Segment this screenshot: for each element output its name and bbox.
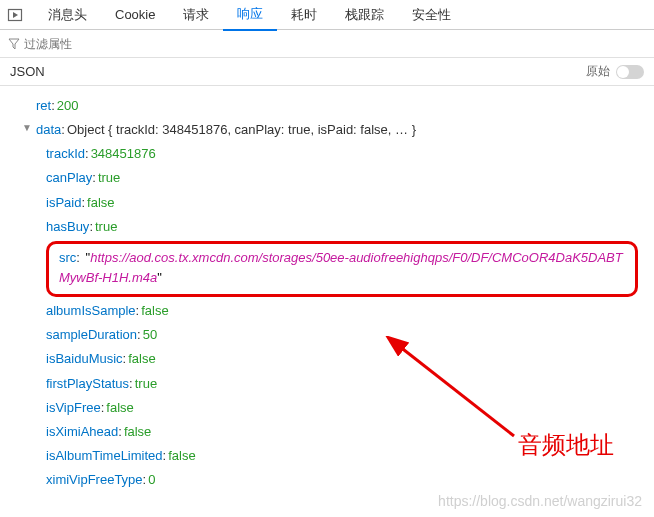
json-value: 50 xyxy=(143,325,157,345)
watermark: https://blog.csdn.net/wangzirui32 xyxy=(438,493,642,509)
tab-security[interactable]: 安全性 xyxy=(398,0,465,30)
json-key: sampleDuration xyxy=(46,325,137,345)
raw-toggle[interactable]: 原始 xyxy=(586,63,644,80)
json-value: 348451876 xyxy=(91,144,156,164)
json-value: true xyxy=(135,374,157,394)
json-label: JSON xyxy=(10,64,45,79)
json-row-firstplaystatus[interactable]: firstPlayStatus: true xyxy=(4,372,650,396)
json-row-isvipfree[interactable]: isVipFree: false xyxy=(4,396,650,420)
svg-marker-1 xyxy=(13,12,18,18)
tab-headers[interactable]: 消息头 xyxy=(34,0,101,30)
json-value: false xyxy=(168,446,195,466)
tab-cookie[interactable]: Cookie xyxy=(101,1,169,28)
json-value: 0 xyxy=(148,470,155,490)
json-key: isVipFree xyxy=(46,398,101,418)
json-row-ret[interactable]: ret: 200 xyxy=(4,94,650,118)
json-value: false xyxy=(106,398,133,418)
tab-request[interactable]: 请求 xyxy=(169,0,223,30)
json-key: isPaid xyxy=(46,193,81,213)
json-key: canPlay xyxy=(46,168,92,188)
json-key: data xyxy=(36,120,61,140)
filter-icon xyxy=(8,38,20,50)
json-key: hasBuy xyxy=(46,217,89,237)
json-row-sampleduration[interactable]: sampleDuration: 50 xyxy=(4,323,650,347)
json-row-trackid[interactable]: trackId: 348451876 xyxy=(4,142,650,166)
json-row-hasbuy[interactable]: hasBuy: true xyxy=(4,215,650,239)
devtools-tab-bar: 消息头 Cookie 请求 响应 耗时 栈跟踪 安全性 xyxy=(0,0,654,30)
json-value: false xyxy=(124,422,151,442)
json-section-header: JSON 原始 xyxy=(0,58,654,86)
json-body: ret: 200 ▼ data: Object { trackId: 34845… xyxy=(0,86,654,500)
json-key: ximiVipFreeType xyxy=(46,470,143,490)
json-key: ret xyxy=(36,96,51,116)
json-row-ispaid[interactable]: isPaid: false xyxy=(4,191,650,215)
toggle-pane-icon[interactable] xyxy=(4,4,26,26)
json-value: "https://aod.cos.tx.xmcdn.com/storages/5… xyxy=(59,250,623,285)
raw-toggle-label: 原始 xyxy=(586,63,610,80)
json-key: isBaiduMusic xyxy=(46,349,123,369)
json-object-summary: Object { trackId: 348451876, canPlay: tr… xyxy=(67,120,416,140)
json-key: trackId xyxy=(46,144,85,164)
src-highlight-box: src: "https://aod.cos.tx.xmcdn.com/stora… xyxy=(46,241,638,297)
json-value: false xyxy=(141,301,168,321)
json-key: src xyxy=(59,250,76,265)
tab-stack[interactable]: 栈跟踪 xyxy=(331,0,398,30)
tab-response[interactable]: 响应 xyxy=(223,0,277,31)
annotation-label: 音频地址 xyxy=(518,426,614,463)
toggle-switch[interactable] xyxy=(616,65,644,79)
tab-timing[interactable]: 耗时 xyxy=(277,0,331,30)
json-value: false xyxy=(128,349,155,369)
json-value: true xyxy=(95,217,117,237)
json-key: albumIsSample xyxy=(46,301,136,321)
json-row-data[interactable]: ▼ data: Object { trackId: 348451876, can… xyxy=(4,118,650,142)
json-value: 200 xyxy=(57,96,79,116)
filter-bar xyxy=(0,30,654,58)
json-key: firstPlayStatus xyxy=(46,374,129,394)
json-row-isbaidumusic[interactable]: isBaiduMusic: false xyxy=(4,347,650,371)
caret-down-icon[interactable]: ▼ xyxy=(22,120,34,136)
filter-input[interactable] xyxy=(24,37,646,51)
json-row-ximivipfreetype[interactable]: ximiVipFreeType: 0 xyxy=(4,468,650,492)
json-row-canplay[interactable]: canPlay: true xyxy=(4,166,650,190)
json-value: true xyxy=(98,168,120,188)
json-key: isAlbumTimeLimited xyxy=(46,446,163,466)
json-value: false xyxy=(87,193,114,213)
json-row-src[interactable]: src: "https://aod.cos.tx.xmcdn.com/stora… xyxy=(4,241,650,297)
json-row-albumissample[interactable]: albumIsSample: false xyxy=(4,299,650,323)
json-key: isXimiAhead xyxy=(46,422,118,442)
